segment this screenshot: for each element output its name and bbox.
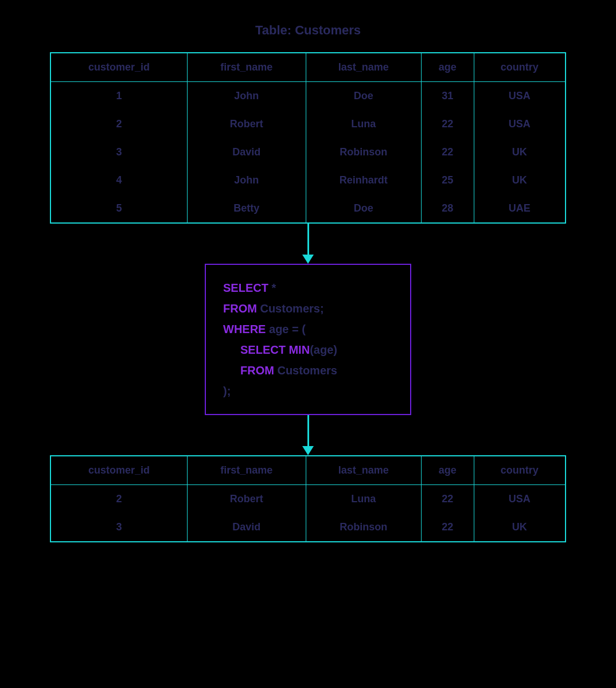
cell: John [187,166,306,194]
cell: Luna [306,485,421,514]
arrow-down-icon [302,224,314,264]
cell: 22 [421,513,474,542]
table-row: 2 Robert Luna 22 USA [50,110,566,138]
sql-line: FROM Customers; [223,298,393,319]
table-row: 5 Betty Doe 28 UAE [50,194,566,223]
arrow-down-icon [302,415,314,455]
cell: Betty [187,194,306,223]
cell: 5 [50,194,187,223]
table-row: 2 Robert Luna 22 USA [50,485,566,514]
sql-line: SELECT * [223,277,393,298]
col-header: last_name [306,456,421,485]
cell: Robert [187,110,306,138]
cell: 4 [50,166,187,194]
cell: USA [474,110,566,138]
cell: Reinhardt [306,166,421,194]
col-header: age [421,53,474,82]
cell: Robert [187,485,306,514]
table-row: 4 John Reinhardt 25 UK [50,166,566,194]
cell: 22 [421,110,474,138]
cell: USA [474,82,566,111]
cell: Robinson [306,138,421,166]
source-table: customer_id first_name last_name age cou… [50,52,566,224]
cell: 22 [421,485,474,514]
sql-query-box: SELECT * FROM Customers; WHERE age = ( S… [205,264,411,415]
col-header: customer_id [50,456,187,485]
cell: Luna [306,110,421,138]
cell: UK [474,166,566,194]
cell: 22 [421,138,474,166]
col-header: customer_id [50,53,187,82]
cell: 25 [421,166,474,194]
table-row: 3 David Robinson 22 UK [50,513,566,542]
cell: 2 [50,110,187,138]
col-header: age [421,456,474,485]
cell: 2 [50,485,187,514]
col-header: last_name [306,53,421,82]
cell: 3 [50,138,187,166]
col-header: first_name [187,53,306,82]
cell: UK [474,513,566,542]
cell: 1 [50,82,187,111]
cell: 31 [421,82,474,111]
sql-line: FROM Customers [223,360,393,381]
cell: Doe [306,82,421,111]
cell: John [187,82,306,111]
cell: Robinson [306,513,421,542]
cell: 28 [421,194,474,223]
cell: UAE [474,194,566,223]
sql-line: SELECT MIN(age) [223,339,393,360]
cell: USA [474,485,566,514]
result-table: customer_id first_name last_name age cou… [50,455,566,542]
cell: David [187,138,306,166]
cell: David [187,513,306,542]
diagram-title: Table: Customers [255,23,361,38]
table-row: 3 David Robinson 22 UK [50,138,566,166]
sql-line: ); [223,381,393,401]
col-header: country [474,53,566,82]
cell: 3 [50,513,187,542]
cell: UK [474,138,566,166]
col-header: country [474,456,566,485]
table-row: 1 John Doe 31 USA [50,82,566,111]
sql-line: WHERE age = ( [223,319,393,339]
col-header: first_name [187,456,306,485]
cell: Doe [306,194,421,223]
